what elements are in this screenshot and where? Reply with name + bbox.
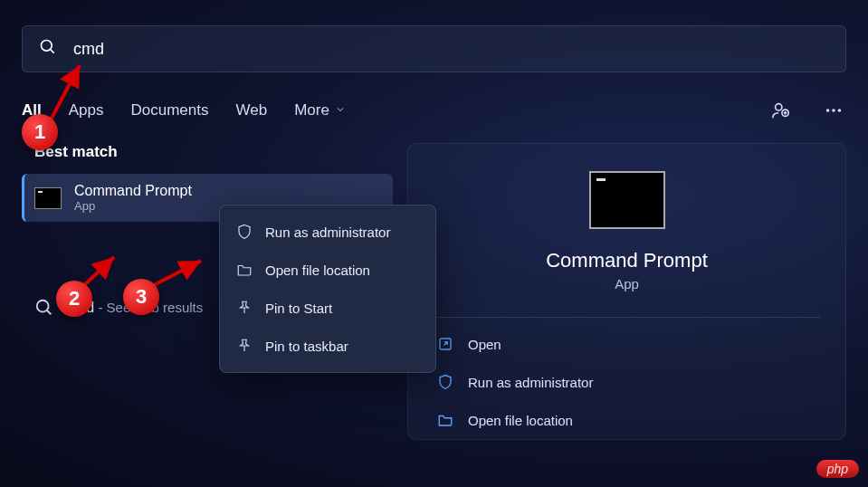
svg-line-11 — [83, 257, 114, 286]
svg-line-10 — [49, 65, 80, 123]
annotation-marker-3: 3 — [123, 279, 159, 315]
annotation-marker-1: 1 — [22, 114, 58, 150]
svg-line-12 — [152, 261, 201, 286]
annotation-marker-2: 2 — [56, 281, 92, 317]
annotation-arrows — [0, 0, 868, 487]
